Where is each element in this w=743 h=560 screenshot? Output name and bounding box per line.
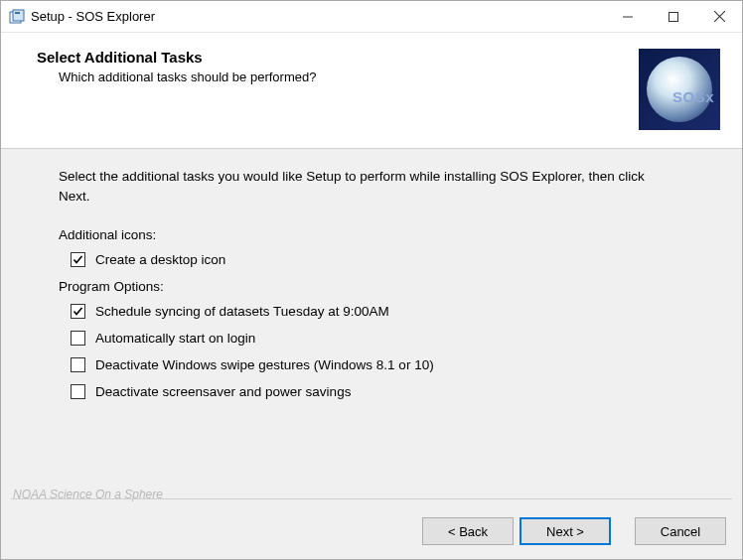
check-label: Create a desktop icon <box>95 252 225 267</box>
footer-separator <box>11 498 732 499</box>
window-title: Setup - SOS Explorer <box>31 9 155 24</box>
installer-icon <box>9 9 25 25</box>
check-label: Automatically start on login <box>95 331 255 346</box>
wizard-footer: < Back Next > Cancel <box>1 503 742 559</box>
check-screensaver[interactable]: Deactivate screensaver and power savings <box>71 384 712 399</box>
next-button[interactable]: Next > <box>520 517 611 545</box>
svg-rect-4 <box>669 12 678 21</box>
page-title: Select Additional Tasks <box>37 49 639 66</box>
group-title-options: Program Options: <box>59 279 712 294</box>
minimize-button[interactable] <box>605 1 651 33</box>
cancel-button[interactable]: Cancel <box>635 517 726 545</box>
close-button[interactable] <box>696 1 742 33</box>
back-button[interactable]: < Back <box>422 517 514 545</box>
check-swipe-gestures[interactable]: Deactivate Windows swipe gestures (Windo… <box>71 357 712 372</box>
logo-label: SOSx <box>672 88 714 105</box>
maximize-button[interactable] <box>651 1 696 33</box>
check-schedule-sync[interactable]: Schedule syncing of datasets Tuesday at … <box>71 304 712 319</box>
checkbox-icon <box>71 357 85 372</box>
check-label: Schedule syncing of datasets Tuesday at … <box>95 304 389 319</box>
checkbox-icon <box>71 384 85 399</box>
svg-rect-2 <box>15 12 20 14</box>
check-label: Deactivate Windows swipe gestures (Windo… <box>95 357 434 372</box>
product-logo: SOSx <box>639 49 720 130</box>
check-auto-start[interactable]: Automatically start on login <box>71 331 712 346</box>
wizard-body: Select the additional tasks you would li… <box>1 149 742 522</box>
checkbox-icon <box>71 252 85 267</box>
intro-text: Select the additional tasks you would li… <box>59 167 665 206</box>
group-title-icons: Additional icons: <box>59 227 712 242</box>
checkbox-icon <box>71 331 85 346</box>
titlebar: Setup - SOS Explorer <box>1 1 742 33</box>
checkbox-icon <box>71 304 85 319</box>
check-desktop-icon[interactable]: Create a desktop icon <box>71 252 712 267</box>
page-subtitle: Which additional tasks should be perform… <box>37 70 639 84</box>
svg-rect-1 <box>13 10 24 21</box>
check-label: Deactivate screensaver and power savings <box>95 384 351 399</box>
wizard-header: Select Additional Tasks Which additional… <box>1 33 742 149</box>
